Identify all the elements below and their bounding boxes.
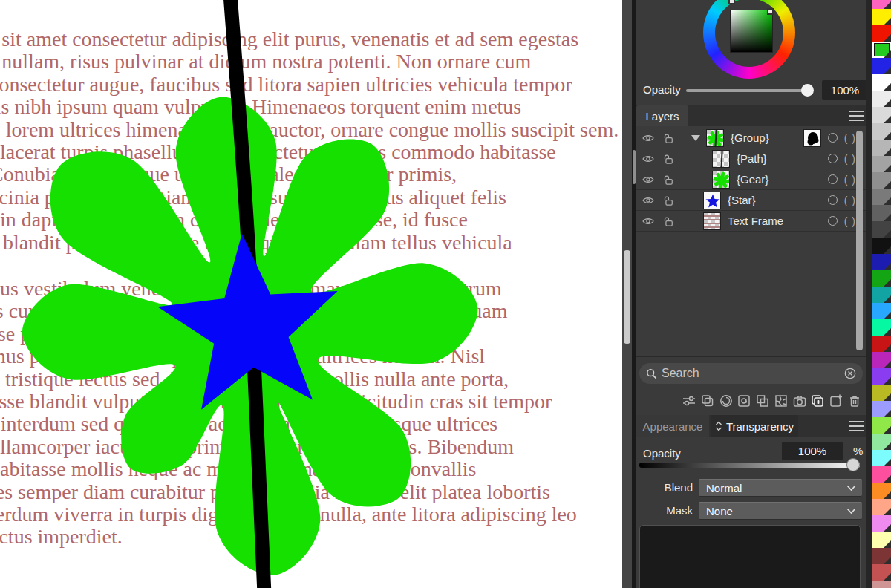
swatch[interactable] [872, 140, 891, 156]
add-layer-icon[interactable] [828, 393, 844, 409]
eye-icon[interactable] [642, 134, 654, 143]
saturation-value-box[interactable] [731, 10, 772, 52]
layer-color-target-icon[interactable] [828, 216, 838, 226]
transparency-opacity-handle[interactable] [846, 458, 860, 471]
layer-label: {Star} [728, 194, 756, 206]
tab-transparency[interactable]: Transparency [711, 415, 798, 437]
mask-icon[interactable] [773, 393, 789, 409]
swatch[interactable] [872, 352, 891, 368]
swatch[interactable] [872, 42, 891, 58]
color-opacity-slider[interactable] [686, 89, 806, 92]
canvas-scrollbar-track[interactable] [622, 0, 632, 588]
unlock-icon[interactable] [663, 154, 673, 164]
swatch[interactable] [872, 189, 891, 205]
canvas-scrollbar-thumb[interactable] [624, 250, 630, 344]
unlock-icon[interactable] [663, 133, 673, 143]
blend-icon[interactable] [718, 393, 734, 409]
layer-row-star[interactable]: {Star} ( ) [636, 190, 866, 211]
swatch[interactable] [872, 483, 891, 499]
layer-color-target-icon[interactable] [828, 154, 838, 163]
eye-icon[interactable] [642, 196, 654, 205]
swatch[interactable] [872, 401, 891, 417]
swatch[interactable] [872, 205, 891, 221]
eye-icon[interactable] [642, 175, 654, 184]
swatch[interactable] [872, 417, 891, 434]
blend-dropdown[interactable]: Normal [699, 479, 862, 497]
cycle-tab-icon [715, 421, 722, 431]
swatch[interactable] [872, 9, 891, 25]
swatch[interactable] [872, 0, 891, 9]
right-panel: Opacity 100% Layers {Group} ( ) [636, 0, 866, 588]
eye-icon[interactable] [642, 217, 654, 226]
disclosure-triangle-icon[interactable] [691, 135, 700, 141]
unlock-icon[interactable] [663, 174, 673, 185]
swatch[interactable] [872, 515, 891, 532]
tab-appearance[interactable]: Appearance [636, 415, 709, 437]
swatch[interactable] [872, 123, 891, 140]
swatch[interactable] [872, 336, 891, 352]
swatch[interactable] [872, 254, 891, 270]
swatch[interactable] [872, 58, 891, 74]
layer-parens: ( ) [844, 153, 856, 165]
adjust-icon[interactable] [681, 393, 697, 409]
layer-mask-thumbnail[interactable] [803, 129, 821, 147]
swatch[interactable] [872, 548, 891, 564]
layer-color-target-icon[interactable] [828, 195, 838, 205]
duplicate-icon[interactable] [699, 393, 716, 409]
swatch[interactable] [872, 287, 891, 303]
swatch[interactable] [872, 25, 891, 42]
group-icon[interactable] [754, 393, 771, 409]
swatch[interactable] [872, 532, 891, 548]
swatch[interactable] [872, 466, 891, 483]
saturation-marker[interactable] [767, 8, 774, 15]
swatch[interactable] [872, 434, 891, 450]
swatch[interactable] [872, 581, 891, 588]
transparency-opacity-value[interactable]: 100% [782, 442, 843, 460]
new-layer-icon[interactable] [809, 393, 826, 409]
properties-menu-icon[interactable] [849, 421, 864, 431]
swatch[interactable] [872, 238, 891, 254]
swatch[interactable] [872, 156, 891, 172]
swatch[interactable] [872, 564, 891, 581]
swatch[interactable] [872, 270, 891, 287]
layer-thumbnail-gear [712, 171, 730, 189]
layer-row-path[interactable]: {Path} ( ) [636, 148, 866, 169]
layers-scrollbar-thumb[interactable] [856, 131, 863, 350]
swatch[interactable] [872, 221, 891, 238]
search-input[interactable] [662, 367, 844, 380]
color-opacity-value[interactable]: 100% [822, 80, 866, 100]
swatch[interactable] [872, 319, 891, 336]
eye-icon[interactable] [642, 154, 654, 163]
color-opacity-handle[interactable] [801, 84, 814, 97]
unlock-icon[interactable] [663, 195, 673, 206]
swatch[interactable] [872, 107, 891, 123]
layer-parens: ( ) [844, 132, 856, 144]
unlock-icon[interactable] [663, 216, 673, 226]
transparency-opacity-slider[interactable] [639, 463, 860, 468]
hue-marker[interactable] [728, 0, 735, 4]
layer-row-text-frame[interactable]: Text Frame ( ) [636, 211, 866, 232]
swatch[interactable] [872, 499, 891, 515]
swatch[interactable] [872, 450, 891, 466]
swatch[interactable] [872, 172, 891, 189]
mask-dropdown[interactable]: None [699, 502, 862, 520]
swatch[interactable] [872, 385, 891, 401]
delete-icon[interactable] [846, 393, 863, 409]
symbol-icon[interactable] [736, 393, 752, 409]
tab-layers[interactable]: Layers [636, 105, 688, 126]
panel-resize-grip[interactable] [633, 150, 636, 184]
swatch[interactable] [872, 368, 891, 385]
camera-icon[interactable] [792, 393, 808, 409]
swatch[interactable] [872, 91, 891, 107]
layer-row-group[interactable]: {Group} ( ) [636, 128, 866, 148]
layer-color-target-icon[interactable] [828, 133, 838, 143]
layer-thumbnail-star [703, 192, 721, 209]
swatch[interactable] [872, 74, 891, 91]
document-canvas[interactable]: r sit amet consectetur adipiscing elit p… [0, 0, 622, 588]
layers-menu-icon[interactable] [849, 111, 864, 121]
layer-search-field[interactable] [639, 363, 863, 384]
layer-row-gear[interactable]: {Gear} ( ) [636, 169, 866, 190]
layer-color-target-icon[interactable] [828, 174, 838, 184]
clear-search-icon[interactable] [844, 368, 856, 379]
swatch[interactable] [872, 303, 891, 319]
